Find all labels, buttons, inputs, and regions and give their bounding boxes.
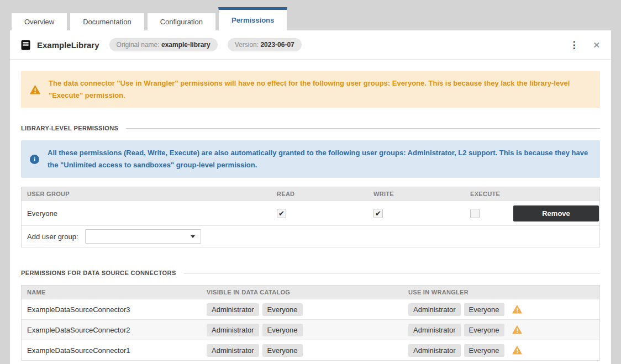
user-group-chip: Everyone [464, 303, 504, 316]
warning-icon [30, 85, 40, 94]
user-group-chip: Administrator [207, 344, 259, 357]
tab-permissions[interactable]: Permissions [218, 7, 287, 30]
tab-configuration[interactable]: Configuration [147, 13, 216, 30]
connector-permissions-title: PERMISSIONS FOR DATA SOURCE CONNECTORS [21, 270, 176, 276]
table-row: Everyone Remove [22, 201, 599, 225]
library-panel: ExampleLibrary Original name: example-li… [10, 30, 611, 364]
user-group-chip: Everyone [262, 324, 303, 336]
section-divider [184, 273, 600, 273]
info-banner-text: All these permissions (Read, Write, Exec… [48, 147, 591, 171]
column-header-write: WRITE [351, 191, 448, 197]
kebab-menu-icon[interactable]: ⋮ [569, 40, 578, 50]
visible-in-data-catalog-chips: Administrator Everyone [207, 344, 408, 357]
remove-button[interactable]: Remove [513, 205, 599, 221]
library-permissions-table: USER GROUP READ WRITE EXECUTE Everyone R… [21, 187, 600, 247]
connector-permissions-table: NAME VISIBLE IN DATA CATALOG USE IN WRAN… [21, 285, 600, 361]
connector-permissions-table-header: NAME VISIBLE IN DATA CATALOG USE IN WRAN… [22, 286, 599, 299]
connector-name: ExampleDataSourceConnector2 [22, 326, 207, 334]
warning-icon [512, 346, 522, 355]
original-name-badge: Original name: example-library [109, 38, 218, 51]
user-group-chip: Everyone [464, 344, 504, 357]
user-group-chip: Administrator [207, 303, 259, 316]
library-permissions-section-head: LIBRARY-LEVEL PERMISSIONS [21, 125, 600, 131]
close-icon[interactable]: ✕ [593, 41, 600, 49]
user-group-chip: Administrator [408, 344, 461, 357]
use-in-wrangler-chips: Administrator Everyone [408, 324, 599, 336]
library-permissions-table-header: USER GROUP READ WRITE EXECUTE [22, 187, 599, 201]
connector-permissions-section-head: PERMISSIONS FOR DATA SOURCE CONNECTORS [21, 270, 600, 276]
warning-icon [512, 325, 522, 334]
panel-header: ExampleLibrary Original name: example-li… [10, 30, 611, 60]
connector-name: ExampleDataSourceConnector1 [22, 346, 207, 355]
tab-overview[interactable]: Overview [11, 13, 67, 30]
chevron-down-icon [191, 235, 195, 238]
connector-name: ExampleDataSourceConnector3 [22, 305, 207, 314]
read-checkbox[interactable] [277, 209, 286, 218]
original-name-label: Original name: [117, 41, 160, 49]
table-row: ExampleDataSourceConnector2 Administrato… [22, 319, 599, 340]
auto-granted-info-banner: i All these permissions (Read, Write, Ex… [21, 140, 600, 178]
add-user-group-select[interactable] [85, 229, 201, 244]
table-row: ExampleDataSourceConnector1 Administrato… [22, 340, 599, 360]
version-value: 2023-06-07 [260, 41, 294, 49]
column-header-user-group: USER GROUP [22, 191, 255, 197]
library-book-icon [21, 40, 30, 50]
tab-bar: Overview Documentation Configuration Per… [0, 0, 621, 30]
header-actions: ⋮ ✕ [569, 40, 600, 50]
version-label: Version: [235, 41, 259, 49]
column-header-read: READ [255, 191, 351, 197]
user-group-name: Everyone [22, 209, 255, 218]
write-checkbox[interactable] [373, 209, 383, 218]
user-group-chip: Everyone [464, 324, 504, 336]
user-group-chip: Everyone [262, 344, 303, 357]
section-divider [126, 128, 600, 129]
version-badge: Version: 2023-06-07 [228, 38, 302, 51]
visible-in-data-catalog-chips: Administrator Everyone [207, 324, 408, 336]
add-user-group-row: Add user group: [22, 225, 599, 247]
info-icon: i [30, 155, 39, 164]
warning-banner-text: The data connector "Use in Wrangler" per… [49, 77, 591, 102]
original-name-value: example-library [161, 41, 210, 49]
column-header-use-in-wrangler: USE IN WRANGLER [408, 289, 599, 296]
table-row: ExampleDataSourceConnector3 Administrato… [22, 299, 599, 319]
column-header-name: NAME [22, 289, 207, 296]
library-permissions-title: LIBRARY-LEVEL PERMISSIONS [21, 125, 118, 131]
add-user-group-label: Add user group: [27, 233, 78, 241]
execute-checkbox[interactable] [470, 209, 480, 218]
wrangler-warning-banner: The data connector "Use in Wrangler" per… [21, 71, 600, 108]
user-group-chip: Administrator [408, 324, 461, 336]
visible-in-data-catalog-chips: Administrator Everyone [207, 303, 408, 316]
user-group-chip: Administrator [207, 324, 259, 336]
column-header-execute: EXECUTE [448, 191, 513, 197]
use-in-wrangler-chips: Administrator Everyone [408, 303, 599, 316]
column-header-visible-in-data-catalog: VISIBLE IN DATA CATALOG [207, 289, 408, 296]
tab-documentation[interactable]: Documentation [70, 13, 144, 30]
warning-icon [512, 305, 522, 314]
user-group-chip: Administrator [408, 303, 461, 316]
use-in-wrangler-chips: Administrator Everyone [408, 344, 599, 357]
page-title: ExampleLibrary [37, 40, 99, 50]
user-group-chip: Everyone [262, 303, 303, 316]
